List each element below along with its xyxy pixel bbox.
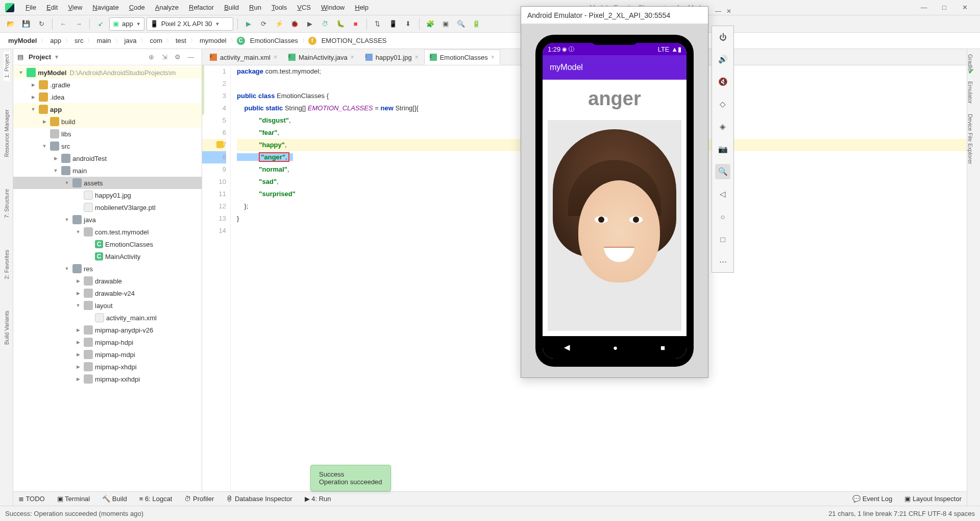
profile-button[interactable]: ⏱: [318, 17, 332, 31]
crumb[interactable]: src: [71, 37, 86, 44]
project-label[interactable]: Project: [29, 53, 51, 61]
menu-view[interactable]: View: [63, 4, 87, 11]
tool-terminal[interactable]: ▣ Terminal: [57, 495, 90, 503]
tree-item[interactable]: ▼com.test.mymodel: [13, 226, 202, 238]
menu-edit[interactable]: Edit: [41, 4, 63, 11]
tree-item[interactable]: ▼app: [13, 103, 202, 115]
rail-resource-manager[interactable]: Resource Manager: [4, 106, 10, 160]
tree-item[interactable]: ▶mipmap-xxhdpi: [13, 373, 202, 385]
tree-item[interactable]: ▼main: [13, 164, 202, 177]
open-button[interactable]: 📂: [4, 17, 17, 31]
crumb[interactable]: app: [47, 37, 64, 44]
tool-db-inspector[interactable]: 🛢 Database Inspector: [226, 495, 292, 503]
tree-root[interactable]: ▼myModelD:\Android\AndroidStudioProjects…: [13, 66, 202, 79]
apply-changes-button[interactable]: ⟳: [257, 17, 271, 31]
crumb[interactable]: test: [173, 37, 189, 44]
layout-insp-button[interactable]: ▣: [439, 17, 452, 31]
emu-close[interactable]: ✕: [726, 8, 731, 15]
tree-item[interactable]: ▶androidTest: [13, 152, 202, 164]
tree-item[interactable]: ▶drawable-v24: [13, 287, 202, 299]
build-button[interactable]: ↙: [94, 17, 107, 31]
tree-item[interactable]: ▶mipmap-hdpi: [13, 336, 202, 348]
search-button[interactable]: 🔍: [454, 17, 468, 31]
emu-rotate-left-button[interactable]: ◇: [715, 97, 730, 112]
emu-zoom-button[interactable]: 🔍: [715, 164, 730, 179]
menu-navigate[interactable]: Navigate: [87, 4, 124, 11]
tool-todo[interactable]: ≣ TODO: [18, 495, 45, 503]
menu-file[interactable]: File: [20, 4, 41, 11]
phone-screen[interactable]: 1:29 ◉ ⓘ LTE ▲▮ myModel anger: [543, 43, 687, 359]
tree-item[interactable]: libs: [13, 128, 202, 140]
forward-button[interactable]: →: [72, 17, 85, 31]
android-recent[interactable]: ■: [660, 343, 665, 352]
tree-item[interactable]: ▼src: [13, 140, 202, 152]
select-open-button[interactable]: ⊕: [144, 53, 158, 61]
save-button[interactable]: 💾: [19, 17, 33, 31]
device-combo[interactable]: 📱Pixel 2 XL API 30▼: [146, 17, 233, 31]
tree-item[interactable]: ▼res: [13, 263, 202, 275]
coverage-button[interactable]: ▶: [303, 17, 316, 31]
emu-minimize[interactable]: —: [715, 8, 721, 15]
emu-vol-up-button[interactable]: 🔊: [715, 52, 730, 67]
emu-screenshot-button[interactable]: 📷: [715, 141, 730, 157]
tree-item[interactable]: ▶.idea: [13, 91, 202, 103]
stop-button[interactable]: ■: [349, 17, 362, 31]
editor-tab[interactable]: ihappy01.jpg×: [360, 50, 424, 65]
tool-event-log[interactable]: 💬 Event Log: [852, 495, 892, 503]
menu-analyze[interactable]: Analyze: [150, 4, 184, 11]
emu-overview-button[interactable]: □: [715, 231, 730, 247]
rail-emulator[interactable]: Emulator: [967, 76, 973, 109]
settings-button[interactable]: ⚙: [171, 53, 184, 61]
menu-tools[interactable]: Tools: [266, 4, 292, 11]
crumb[interactable]: mymodel: [197, 37, 230, 44]
android-home[interactable]: ●: [613, 343, 618, 352]
editor-tab[interactable]: xactivity_main.xml×: [204, 50, 283, 65]
crumb[interactable]: myModel: [5, 37, 40, 44]
project-tree[interactable]: ▼myModelD:\Android\AndroidStudioProjects…: [13, 65, 202, 506]
tree-item[interactable]: CMainActivity: [13, 250, 202, 263]
expand-button[interactable]: ⇲: [158, 53, 171, 61]
menu-refactor[interactable]: Refactor: [184, 4, 219, 11]
crumb[interactable]: EmotionClasses: [247, 37, 301, 44]
maximize-button[interactable]: □: [934, 4, 954, 11]
tree-item[interactable]: ▼layout: [13, 299, 202, 312]
tool-layout-inspector[interactable]: ▣ Layout Inspector: [904, 495, 962, 503]
debug-button[interactable]: 🐞: [288, 17, 301, 31]
tree-item[interactable]: ▶build: [13, 115, 202, 128]
crumb[interactable]: java: [121, 37, 140, 44]
avd-button[interactable]: 📱: [386, 17, 400, 31]
vcs-button[interactable]: ⇅: [371, 17, 384, 31]
tool-logcat[interactable]: ≡ 6: Logcat: [139, 495, 173, 503]
menu-help[interactable]: Help: [350, 4, 374, 11]
emulator-window[interactable]: Android Emulator - Pixel_2_XL_API_30:555…: [521, 6, 708, 378]
troubleshoot-button[interactable]: 🧩: [424, 17, 437, 31]
rail-build-variants[interactable]: Build Variants: [4, 307, 10, 348]
tree-item[interactable]: ▶mipmap-xhdpi: [13, 361, 202, 373]
menu-run[interactable]: Run: [244, 4, 266, 11]
android-nav-bar[interactable]: ◀ ● ■: [543, 336, 687, 359]
tool-run[interactable]: ▶ 4: Run: [305, 495, 331, 503]
android-back[interactable]: ◀: [564, 343, 570, 352]
menu-vcs[interactable]: VCS: [292, 4, 316, 11]
run-button[interactable]: ▶: [242, 17, 255, 31]
tree-item[interactable]: mobilenetV3large.ptl: [13, 201, 202, 214]
rail-structure[interactable]: 7: Structure: [4, 186, 10, 221]
tree-item[interactable]: ▶mipmap-mdpi: [13, 348, 202, 361]
tree-item[interactable]: ▼assets: [13, 177, 202, 189]
attach-button[interactable]: 🐛: [334, 17, 347, 31]
tree-item[interactable]: activity_main.xml: [13, 312, 202, 324]
rail-project[interactable]: 1: Project: [4, 51, 10, 81]
apply-code-button[interactable]: ⚡: [273, 17, 286, 31]
tree-item[interactable]: ▶.gradle: [13, 79, 202, 91]
tool-profiler[interactable]: ⏱ Profiler: [184, 495, 214, 503]
back-button[interactable]: ←: [57, 17, 70, 31]
sync-button[interactable]: ↻: [35, 17, 48, 31]
emu-back-button[interactable]: ◁: [715, 186, 730, 202]
emu-vol-down-button[interactable]: 🔇: [715, 74, 730, 89]
run-config-combo[interactable]: ▣app▼: [109, 17, 144, 31]
tree-item[interactable]: ▶mipmap-anydpi-v26: [13, 324, 202, 336]
emu-rotate-right-button[interactable]: ◈: [715, 119, 730, 134]
tree-item[interactable]: happy01.jpg: [13, 189, 202, 201]
tree-item[interactable]: CEmotionClasses: [13, 238, 202, 250]
sdk-button[interactable]: ⬇: [402, 17, 415, 31]
